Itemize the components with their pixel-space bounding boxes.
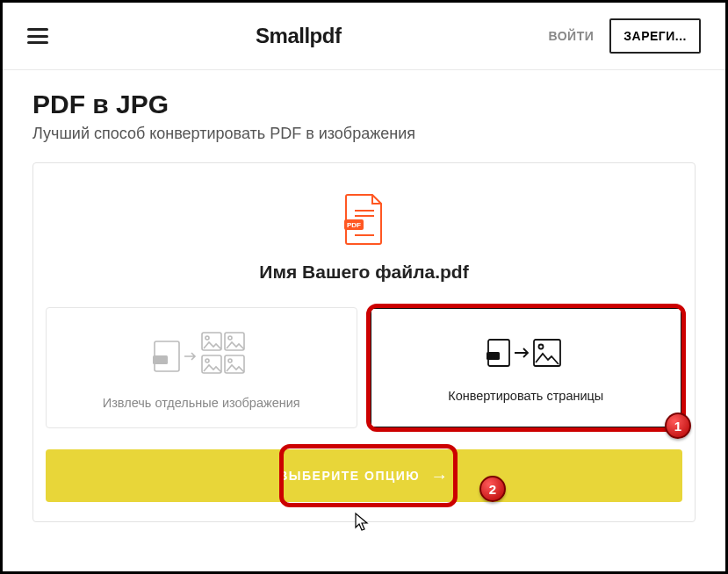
arrow-right-icon: → bbox=[430, 467, 450, 484]
annotation-badge: 1 bbox=[665, 413, 691, 439]
conversion-options: PDF Извлечь отдельные из bbox=[33, 307, 695, 437]
svg-point-11 bbox=[228, 336, 232, 340]
file-name: Имя Вашего файла.pdf bbox=[259, 262, 468, 283]
signup-button[interactable]: ЗАРЕГИ... bbox=[609, 18, 701, 54]
page-content: PDF в JPG Лучший способ конвертировать P… bbox=[3, 70, 725, 545]
pdf-file-icon: PDF bbox=[342, 193, 386, 249]
page-title: PDF в JPG bbox=[32, 90, 696, 119]
svg-point-13 bbox=[205, 359, 209, 362]
svg-point-20 bbox=[538, 345, 543, 349]
app-logo: Smallpdf bbox=[256, 24, 341, 48]
option-convert-pages[interactable]: PDF Конвертировать страницы 1 bbox=[370, 307, 683, 428]
svg-point-9 bbox=[205, 336, 209, 340]
header-actions: ВОЙТИ ЗАРЕГИ... bbox=[548, 18, 701, 54]
extract-images-icon: PDF bbox=[153, 329, 249, 382]
option-extract-images[interactable]: PDF Извлечь отдельные из bbox=[46, 307, 357, 428]
converter-card: PDF Имя Вашего файла.pdf PDF bbox=[32, 162, 696, 522]
choose-option-button[interactable]: ВЫБЕРИТЕ ОПЦИЮ → bbox=[46, 449, 682, 502]
file-preview: PDF Имя Вашего файла.pdf bbox=[33, 163, 695, 307]
app-header: Smallpdf ВОЙТИ ЗАРЕГИ... bbox=[3, 3, 725, 70]
cta-area: ВЫБЕРИТЕ ОПЦИЮ → 2 bbox=[33, 437, 695, 521]
svg-text:PDF: PDF bbox=[347, 221, 361, 229]
svg-point-15 bbox=[228, 359, 232, 362]
option-label: Конвертировать страницы bbox=[448, 389, 603, 403]
option-label: Извлечь отдельные изображения bbox=[103, 396, 300, 410]
svg-text:PDF: PDF bbox=[155, 358, 166, 363]
menu-icon[interactable] bbox=[27, 28, 48, 44]
login-link[interactable]: ВОЙТИ bbox=[548, 29, 594, 43]
cta-label: ВЫБЕРИТЕ ОПЦИЮ bbox=[278, 469, 420, 483]
convert-pages-icon: PDF bbox=[487, 336, 566, 375]
annotation-badge: 2 bbox=[479, 476, 506, 502]
svg-text:PDF: PDF bbox=[488, 354, 499, 359]
page-subtitle: Лучший способ конвертировать PDF в изобр… bbox=[32, 125, 696, 143]
